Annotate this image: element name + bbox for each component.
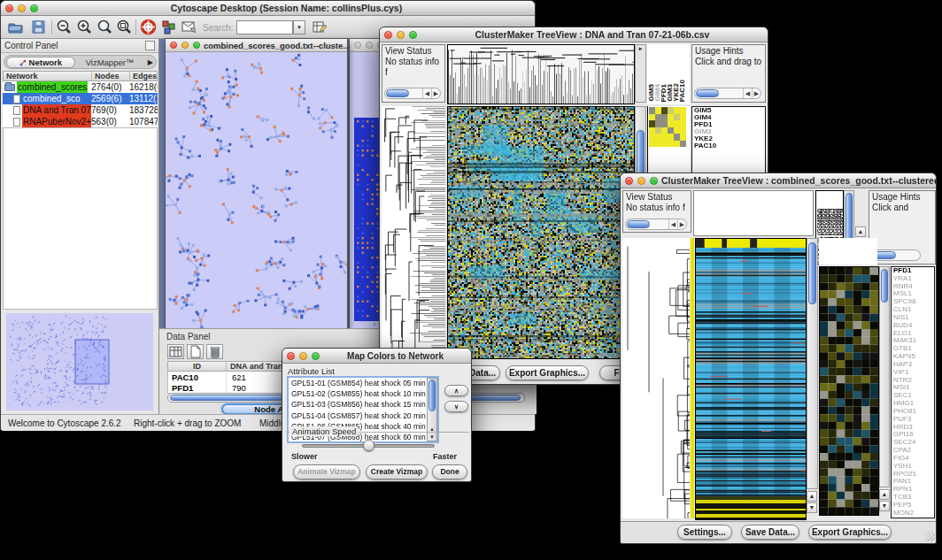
gene-label[interactable]: KAP95 <box>892 353 934 361</box>
new-attribute-icon[interactable] <box>187 344 204 359</box>
save-data-button[interactable]: Save Data... <box>741 525 799 540</box>
zoom-window-icon[interactable] <box>312 352 320 360</box>
network-table-row[interactable]: DNA and Tran 07769(0)183728(0) <box>3 104 158 116</box>
treeview1-titlebar[interactable]: ClusterMaker TreeView : DNA and Tran 07-… <box>380 27 768 42</box>
tab-network[interactable]: Network <box>6 57 75 68</box>
treeview2-heatmap-vscrollbar[interactable] <box>807 238 818 489</box>
gene-label[interactable]: YSH1 <box>892 463 934 471</box>
animation-speed-slider-thumb[interactable] <box>363 440 374 451</box>
attribute-list-item[interactable]: GPL51-03 (GSM856) heat shock 15 min <box>289 399 437 410</box>
treeview2-column-dendrogram-area[interactable] <box>693 190 814 236</box>
scroll-down-icon[interactable]: ▼ <box>807 502 817 513</box>
close-icon[interactable] <box>170 42 177 49</box>
tab-vizmapper[interactable]: VizMapper™ <box>79 58 141 67</box>
expand-right-icon[interactable]: ▸ <box>639 45 643 51</box>
gene-label[interactable]: GTB1 <box>892 345 934 353</box>
attribute-editor-icon[interactable] <box>311 19 328 35</box>
view-status-scrollbar[interactable]: ◀▶ <box>384 88 441 99</box>
search-input[interactable] <box>236 20 293 35</box>
export-graphics-button[interactable]: Export Graphics... <box>808 525 892 540</box>
treeview2-heatmap-canvas[interactable] <box>695 238 807 520</box>
minimize-icon[interactable] <box>397 31 405 39</box>
scrollbar-thumb[interactable] <box>845 193 853 244</box>
help-lifesaver-icon[interactable] <box>140 19 157 35</box>
delete-attribute-trash-icon[interactable] <box>206 344 223 359</box>
zoom-fit-icon[interactable] <box>116 19 133 35</box>
gene-label[interactable]: CLN1 <box>892 306 934 314</box>
create-vizmap-button[interactable]: Create Vizmap <box>366 464 428 479</box>
tab-more-icon[interactable]: ▶ <box>148 58 153 66</box>
gene-label[interactable]: BUD4 <box>892 322 934 330</box>
scroll-right-icon[interactable]: ▶ <box>752 88 761 98</box>
gene-label[interactable]: RPO21 <box>892 471 934 479</box>
scrollbar-thumb[interactable] <box>386 89 409 97</box>
animate-vizmap-button[interactable]: Animate Vizmap <box>293 464 360 479</box>
data-col-id[interactable]: ID <box>168 362 227 371</box>
minimize-icon[interactable] <box>366 42 373 49</box>
minimize-icon[interactable] <box>18 4 26 12</box>
done-button[interactable]: Done <box>432 464 467 479</box>
gene-label[interactable]: HRD3 <box>892 424 934 432</box>
gene-label[interactable]: MSI1 <box>892 384 934 392</box>
float-panel-icon[interactable] <box>145 41 155 50</box>
save-icon[interactable] <box>30 19 47 35</box>
dialog-titlebar[interactable]: Map Colors to Network <box>282 349 471 364</box>
network-tree-area[interactable] <box>3 127 158 310</box>
open-file-icon[interactable] <box>7 19 24 35</box>
gene-label[interactable]: PHO81 <box>892 408 934 416</box>
treeview1-heatmap-canvas[interactable] <box>447 106 635 359</box>
treeview1-column-dendrogram-canvas[interactable] <box>447 44 635 104</box>
gene-label[interactable]: HMG1 <box>892 400 934 408</box>
gene-label[interactable]: NTR2 <box>892 377 934 385</box>
gene-label[interactable]: ELG1 <box>892 330 934 338</box>
scrollbar-thumb[interactable] <box>808 242 816 304</box>
settings-button[interactable]: Settings... <box>677 525 732 540</box>
close-icon[interactable] <box>354 42 361 49</box>
main-titlebar[interactable]: Cytoscape Desktop (Session Name: collins… <box>1 1 535 16</box>
zoom-out-icon[interactable] <box>56 19 73 35</box>
gene-label[interactable]: PAC10 <box>692 142 765 150</box>
network-table-row[interactable]: combined_scores2764(0)16218(0) <box>3 81 158 93</box>
gene-label[interactable]: GIM5 <box>692 107 765 114</box>
gene-label[interactable]: PUF3 <box>892 416 934 424</box>
attribute-list-item[interactable]: GPL51-04 (GSM857) heat shock 20 min <box>289 410 437 421</box>
scrollbar-thumb[interactable] <box>881 269 888 303</box>
gene-label[interactable]: RNR4 <box>892 283 934 291</box>
scroll-down-icon[interactable]: ▼ <box>428 434 436 440</box>
scrollbar-thumb[interactable] <box>696 89 719 97</box>
scrollbar-thumb[interactable] <box>627 220 650 228</box>
zoom-selected-icon[interactable] <box>97 19 113 35</box>
gene-label[interactable]: PFD1 <box>892 267 934 275</box>
scroll-right-icon[interactable]: ▶ <box>677 219 686 229</box>
move-up-button[interactable]: ∧ <box>444 385 468 396</box>
gene-label[interactable]: SEC1 <box>892 392 934 400</box>
search-dropdown-icon[interactable]: ▼ <box>293 20 305 35</box>
treeview2-zoom-vscrollbar[interactable] <box>879 266 890 487</box>
scroll-up-icon[interactable]: ▲ <box>855 226 866 237</box>
scroll-right-icon[interactable]: ▶ <box>431 88 440 98</box>
zoom-window-icon[interactable] <box>650 177 658 185</box>
scroll-left-icon[interactable]: ◀ <box>422 88 431 98</box>
zoom-window-icon[interactable] <box>409 31 417 39</box>
gene-label[interactable]: YKE2 <box>692 135 765 142</box>
gene-label[interactable]: HAP3 <box>892 361 934 369</box>
close-icon[interactable] <box>384 31 392 39</box>
zoom-in-icon[interactable] <box>76 19 93 35</box>
birdseye-view-canvas[interactable] <box>6 313 153 410</box>
gene-label[interactable]: RPN1 <box>892 486 934 494</box>
view-status-scrollbar[interactable]: ◀▶ <box>625 219 687 230</box>
scroll-up-icon[interactable]: ▲ <box>879 489 890 500</box>
message-console-icon[interactable] <box>180 19 197 35</box>
treeview1-splitter[interactable]: ▸ <box>635 44 646 103</box>
network1-titlebar[interactable]: combined_scores_good.txt--cluste... <box>166 39 347 52</box>
close-icon[interactable] <box>287 352 295 360</box>
table-view-icon[interactable] <box>167 344 184 359</box>
gene-label[interactable]: FIG4 <box>892 455 934 463</box>
close-icon[interactable] <box>5 4 13 12</box>
gene-label[interactable]: MON2 <box>892 510 934 518</box>
gene-label[interactable]: PAN1 <box>892 478 934 486</box>
gene-label[interactable]: GIM4 <box>692 114 765 121</box>
gene-label[interactable]: SPC98 <box>892 298 934 306</box>
col-network[interactable]: Network <box>4 72 92 81</box>
column-label[interactable]: PAC10 <box>679 80 685 102</box>
